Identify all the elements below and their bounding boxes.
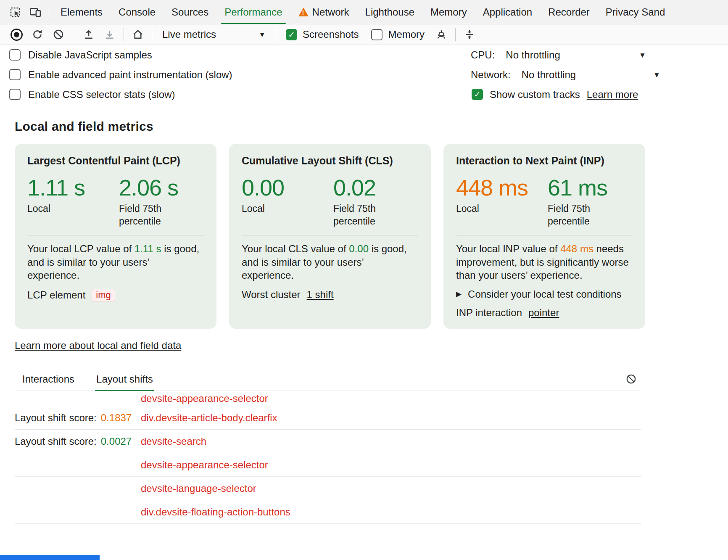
css-selector-stats-checkbox[interactable]: [9, 89, 21, 100]
devtools-tabbar: Elements Console Sources Performance Net…: [0, 0, 728, 24]
css-selector-stats-row[interactable]: Enable CSS selector stats (slow): [9, 85, 175, 104]
performance-toolbar: Live metrics ▼ Screenshots Memory: [0, 24, 728, 45]
advanced-paint-checkbox[interactable]: [9, 69, 21, 80]
network-chevron-down-icon[interactable]: ▼: [653, 71, 660, 79]
import-profile-icon[interactable]: [78, 26, 99, 43]
shift-node-link[interactable]: div.devsite-article-body.clearfix: [141, 412, 277, 424]
record-icon[interactable]: [6, 26, 27, 43]
disable-js-samples-row[interactable]: Disable JavaScript samples: [9, 45, 152, 65]
divider: [455, 28, 456, 41]
shift-node-link[interactable]: devsite-appearance-selector: [141, 459, 268, 471]
tab-network[interactable]: Network: [290, 0, 357, 24]
tab-interactions[interactable]: Interactions: [21, 369, 76, 391]
tab-application[interactable]: Application: [475, 0, 540, 24]
tab-lighthouse[interactable]: Lighthouse: [357, 0, 422, 24]
lcp-inline-value: 1.11 s: [135, 243, 161, 254]
memory-checkbox-group[interactable]: Memory: [365, 29, 431, 40]
inp-field-value: 61 ms: [548, 175, 633, 200]
screenshots-checkbox-group[interactable]: Screenshots: [280, 29, 365, 40]
shift-node-link[interactable]: devsite-appearance-selector: [141, 393, 268, 404]
inp-interaction-label: INP interaction: [456, 307, 522, 319]
inp-description: Your local INP value of 448 ms needs imp…: [456, 242, 633, 282]
disable-js-samples-checkbox[interactable]: [9, 49, 21, 61]
shift-node-link[interactable]: div.devsite-floating-action-buttons: [141, 506, 290, 518]
inspect-element-icon[interactable]: [5, 0, 25, 24]
custom-tracks-learn-more-link[interactable]: Learn more: [587, 89, 638, 100]
tab-sources[interactable]: Sources: [164, 0, 216, 24]
network-label: Network:: [471, 69, 511, 81]
shift-node-link[interactable]: devsite-language-selector: [141, 483, 256, 494]
worst-cluster-link[interactable]: 1 shift: [307, 289, 334, 301]
inp-inline-value: 448 ms: [560, 243, 593, 254]
save-profile-icon[interactable]: [99, 26, 120, 43]
custom-tracks-label: Show custom tracks: [490, 89, 580, 100]
screenshots-checkbox[interactable]: [286, 29, 297, 40]
view-select[interactable]: Live metrics ▼: [156, 29, 272, 40]
triangle-right-icon: ▶: [456, 291, 462, 298]
cls-field-value: 0.02: [333, 175, 418, 200]
custom-tracks-row[interactable]: Show custom tracks Learn more: [472, 85, 638, 104]
reload-icon[interactable]: [27, 26, 48, 43]
card-divider: [242, 235, 418, 235]
screenshots-label: Screenshots: [303, 29, 359, 40]
layout-shift-row[interactable]: devsite-appearance-selector: [15, 453, 641, 477]
inp-interaction-link[interactable]: pointer: [528, 307, 559, 319]
log-tab-bar: Interactions Layout shifts: [15, 369, 641, 391]
custom-tracks-checkbox[interactable]: [472, 89, 483, 100]
layout-shift-row[interactable]: devsite-appearance-selector: [15, 391, 641, 406]
tab-console[interactable]: Console: [111, 0, 164, 24]
local-test-conditions-toggle[interactable]: ▶ Consider your local test conditions: [456, 288, 633, 300]
lcp-element-node-chip[interactable]: img: [92, 289, 115, 301]
css-selector-stats-label: Enable CSS selector stats (slow): [28, 89, 175, 100]
cpu-throttling-value: No throttling: [506, 49, 560, 61]
lcp-card: Largest Contentful Paint (LCP) 1.11 s Lo…: [15, 144, 216, 329]
cpu-label: CPU:: [471, 49, 495, 61]
layout-shift-row[interactable]: Layout shift score:0.1837 div.devsite-ar…: [15, 406, 641, 430]
page-title: Local and field metrics: [15, 119, 658, 134]
home-icon[interactable]: [127, 26, 148, 43]
cpu-chevron-down-icon[interactable]: ▼: [639, 51, 646, 60]
inp-local-label: Local: [456, 203, 517, 215]
tab-privacy-sandbox[interactable]: Privacy Sand: [598, 0, 673, 24]
horizontal-scrollbar-thumb[interactable]: [0, 555, 100, 560]
clear-log-icon[interactable]: [621, 373, 641, 386]
inp-card-title: Interaction to Next Paint (INP): [456, 155, 633, 167]
divider: [152, 28, 152, 41]
memory-checkbox[interactable]: [371, 29, 382, 40]
collect-garbage-icon[interactable]: [431, 26, 452, 43]
cls-local-value: 0.00: [242, 175, 327, 200]
capture-settings-icon[interactable]: [459, 26, 480, 43]
layout-shift-row[interactable]: div.devsite-floating-action-buttons: [15, 500, 641, 524]
device-toolbar-icon[interactable]: [25, 0, 45, 24]
lcp-local-label: Local: [27, 203, 88, 215]
view-select-value: Live metrics: [162, 29, 216, 40]
lcp-local-value: 1.11 s: [27, 175, 112, 200]
divider: [124, 28, 124, 41]
block-icon[interactable]: [48, 26, 69, 43]
tab-recorder[interactable]: Recorder: [540, 0, 598, 24]
network-throttling-select[interactable]: Network: No throttling: [471, 65, 576, 85]
capture-settings-panel: Disable JavaScript samples Enable advanc…: [0, 45, 728, 104]
cls-inline-value: 0.00: [349, 243, 369, 254]
lcp-card-title: Largest Contentful Paint (LCP): [27, 155, 204, 167]
metric-cards: Largest Contentful Paint (LCP) 1.11 s Lo…: [15, 144, 658, 329]
tab-performance[interactable]: Performance: [216, 0, 290, 24]
memory-label: Memory: [388, 29, 425, 40]
tab-elements[interactable]: Elements: [53, 0, 111, 24]
devtools-window: Elements Console Sources Performance Net…: [0, 0, 728, 524]
tab-layout-shifts[interactable]: Layout shifts: [95, 369, 154, 391]
card-divider: [27, 235, 204, 235]
worst-cluster-label: Worst cluster: [242, 289, 301, 301]
tab-memory[interactable]: Memory: [422, 0, 475, 24]
layout-shift-row[interactable]: Layout shift score:0.0027 devsite-search: [15, 430, 641, 453]
advanced-paint-row[interactable]: Enable advanced paint instrumentation (s…: [9, 65, 232, 85]
live-metrics-log: Interactions Layout shifts devsite-appea…: [15, 369, 641, 524]
lcp-field-value: 2.06 s: [119, 175, 204, 200]
network-throttling-value: No throttling: [522, 69, 576, 81]
cls-card: Cumulative Layout Shift (CLS) 0.00 Local…: [229, 144, 431, 329]
cpu-throttling-select[interactable]: CPU: No throttling: [471, 45, 560, 65]
shift-node-link[interactable]: devsite-search: [141, 436, 206, 447]
inp-card: Interaction to Next Paint (INP) 448 ms L…: [443, 144, 645, 329]
layout-shift-row[interactable]: devsite-language-selector: [15, 477, 641, 500]
learn-more-local-field-link[interactable]: Learn more about local and field data: [15, 340, 181, 351]
